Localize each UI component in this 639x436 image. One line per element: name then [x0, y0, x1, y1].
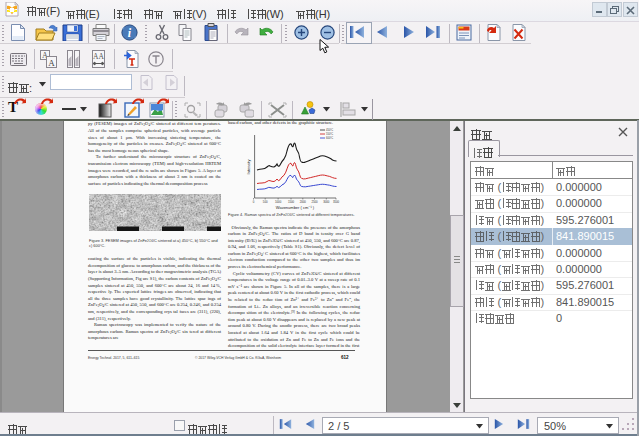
svg-text:2500: 2500: [311, 200, 318, 204]
svg-text:500: 500: [263, 200, 268, 204]
svg-text:A: A: [48, 58, 55, 68]
svg-text:Intensity: Intensity: [246, 159, 251, 174]
svg-text:Wavenumber ( cm⁻¹ ): Wavenumber ( cm⁻¹ ): [276, 204, 315, 209]
svg-text:600°C: 600°C: [326, 136, 333, 140]
svg-text:1500: 1500: [288, 200, 295, 204]
svg-text:550°C: 550°C: [326, 132, 333, 136]
svg-text:2000: 2000: [300, 200, 307, 204]
svg-text:0: 0: [253, 200, 255, 204]
svg-text:1000: 1000: [275, 200, 282, 204]
svg-text:3000: 3000: [323, 200, 330, 204]
svg-text:450°C: 450°C: [326, 128, 333, 132]
svg-text:AA: AA: [93, 52, 104, 61]
svg-text:3500: 3500: [333, 200, 340, 204]
